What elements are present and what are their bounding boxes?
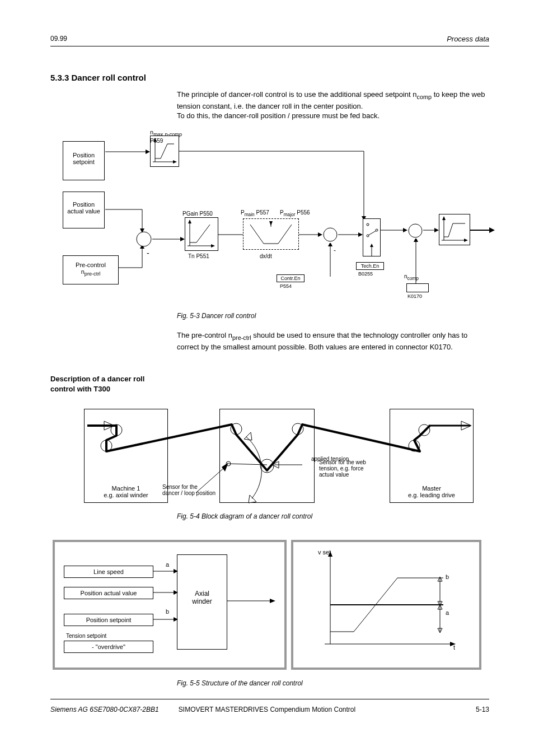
box-tech-en: Tech.En: [356, 262, 384, 270]
t-label: t: [453, 644, 455, 651]
summer3: [407, 223, 423, 239]
chart-b: b: [446, 573, 449, 580]
line-sum2-sel: [338, 231, 363, 239]
para3: The pre-control npre-ctrl should be used…: [177, 330, 490, 352]
line-contren: [305, 243, 338, 277]
svg-marker-57: [244, 432, 252, 440]
svg-marker-13: [188, 220, 191, 223]
limit-icon: [439, 214, 470, 245]
nmax-label: nmax n-comp P559: [150, 129, 182, 144]
line-pi-dxdt: [218, 231, 243, 239]
svg-marker-30: [370, 244, 373, 247]
pgain-label: PGain P550: [182, 211, 213, 217]
box-k0170-spacer: [406, 283, 429, 292]
svg-marker-1: [146, 150, 150, 154]
line-dxdt-sum2: [299, 231, 322, 239]
header-rule: [50, 46, 489, 46]
svg-marker-62: [222, 463, 228, 472]
svg-marker-68: [174, 617, 178, 622]
sensor-pos-label: Sensor for the dancer / loop position: [162, 484, 241, 496]
line-k0170: [411, 239, 420, 283]
minus2: -: [334, 246, 336, 254]
arrow-summer-pi: [152, 235, 185, 243]
k0170-label: K0170: [407, 293, 422, 299]
summer2: [322, 227, 338, 242]
svg-marker-24: [358, 232, 363, 237]
applied-tension-label: applied tension: [311, 456, 349, 462]
selector-icon: [363, 219, 380, 256]
box-position-setpoint: Position setpoint: [63, 141, 105, 180]
box-contr-en: Contr.En: [277, 274, 305, 282]
dxdt-label: dx/dt: [260, 253, 272, 259]
svg-marker-20: [318, 232, 322, 237]
svg-marker-43: [489, 227, 495, 233]
svg-marker-37: [434, 228, 439, 232]
svg-marker-5: [173, 160, 177, 164]
box-pos-setp: Position setpoint: [64, 614, 153, 626]
box-pos-act: Position actual value: [64, 587, 153, 599]
arrow-b: b: [166, 608, 169, 615]
vset-label: v set: [318, 549, 331, 556]
svg-point-25: [367, 223, 369, 226]
footer-left: Siemens AG 6SE7080-0CX87-2BB1: [50, 706, 159, 713]
minus-sign: -: [147, 249, 149, 258]
header-section: Process data: [447, 35, 489, 43]
line-sum3-lim: [423, 226, 439, 234]
header-date: 09.99: [50, 35, 67, 43]
arrow-a: a: [166, 561, 169, 568]
section2-title: Description of a dancer roll control wit…: [50, 374, 162, 394]
contr-en-p: P554: [280, 283, 292, 289]
chart-a: a: [446, 609, 449, 616]
line-sel-sum3: [381, 226, 407, 234]
box-dxdt: [243, 218, 299, 250]
dxdt-icon: [243, 219, 298, 249]
footer-rule: [50, 699, 489, 699]
fig53-caption: Fig. 5-3 Dancer roll control: [177, 311, 256, 321]
svg-point-33: [409, 224, 422, 237]
pmajor-label: Pmajor P556: [280, 209, 310, 217]
svg-marker-35: [414, 239, 418, 242]
svg-line-28: [368, 231, 376, 235]
footer-right: 5-13: [476, 706, 489, 713]
svg-point-21: [324, 228, 337, 241]
winder-out-arrow: [227, 597, 278, 605]
svg-marker-15: [211, 244, 215, 248]
svg-marker-22: [328, 243, 332, 246]
pmain-label: Pmain P557: [241, 209, 269, 217]
fig54-caption: Fig. 5-4 Block diagram of a dancer roll …: [177, 512, 312, 521]
svg-marker-66: [174, 590, 178, 595]
box-line-speed: Line speed: [64, 566, 153, 578]
svg-marker-58: [249, 495, 256, 503]
belt-path: [84, 409, 476, 521]
tension-setp-note: Tension setpoint: [66, 633, 106, 639]
svg-marker-11: [180, 237, 185, 241]
box-selector: [363, 218, 381, 256]
svg-marker-32: [403, 228, 407, 232]
right-panel-chart: [313, 549, 470, 661]
box-tension-setp: - "overdrive": [64, 641, 153, 653]
svg-point-9: [137, 232, 151, 246]
tech-en-p: B0255: [358, 271, 373, 277]
left-panel-arrows: [153, 560, 187, 655]
section-title: 5.3.3 Dancer roll control: [50, 73, 146, 82]
para1: The principle of dancer-roll control is …: [177, 90, 490, 111]
svg-marker-64: [174, 569, 178, 573]
fig55-caption: Fig. 5-5 Structure of the dancer roll co…: [177, 679, 303, 688]
svg-marker-41: [464, 239, 468, 242]
arrow-out: [470, 226, 495, 234]
para2: To do this, the dancer-roll position / p…: [177, 111, 490, 121]
box-pi: [185, 217, 218, 251]
arrow-setpoint: [105, 148, 150, 156]
box-limiter: [439, 214, 470, 245]
summer1: [135, 231, 152, 248]
svg-marker-39: [442, 216, 446, 220]
svg-marker-70: [270, 599, 275, 603]
footer-center: SIMOVERT MASTERDRIVES Compendium Motion …: [179, 706, 355, 713]
tn-label: Tn P551: [188, 253, 209, 259]
pi-icon: [185, 218, 218, 250]
box-position-actual: Position actual value: [63, 192, 105, 228]
